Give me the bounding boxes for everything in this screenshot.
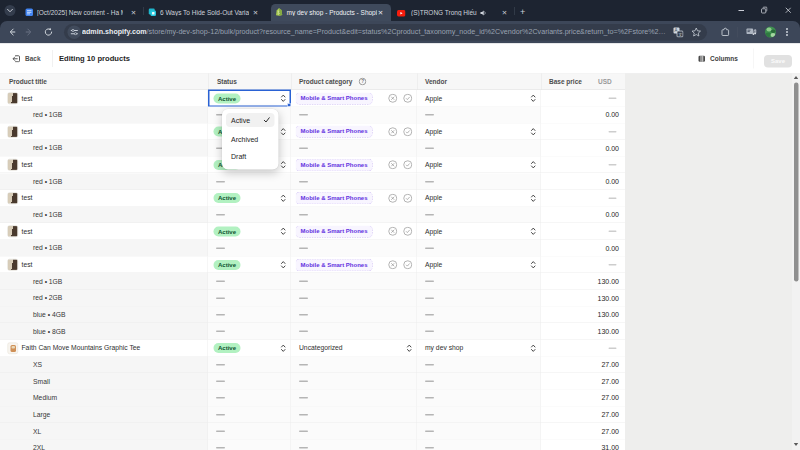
- svg-text:?: ?: [361, 79, 364, 84]
- svg-text:文: 文: [678, 32, 682, 37]
